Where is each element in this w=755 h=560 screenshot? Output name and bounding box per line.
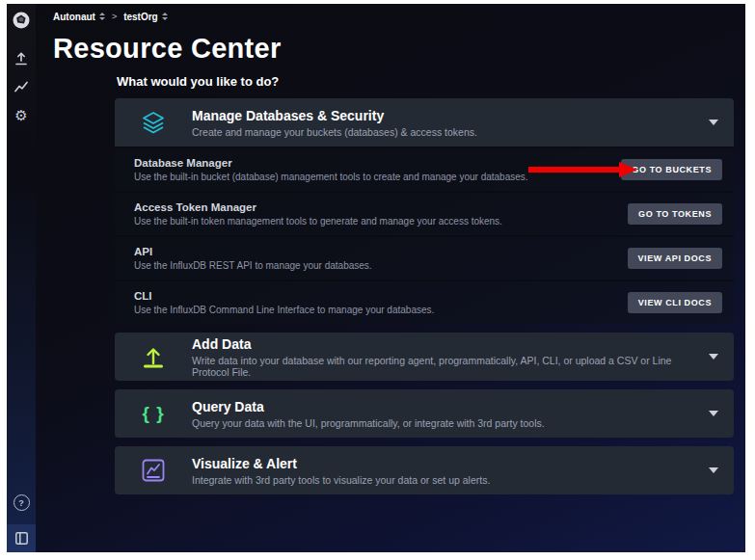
panel-title: Add Data [192,336,693,352]
line-chart-icon[interactable] [13,78,30,95]
row-title: CLI [134,290,434,302]
project-switcher[interactable]: testOrg [123,12,168,22]
breadcrumb-separator: > [112,12,117,21]
panel-header-query-data[interactable]: { } Query Data Query your data with the … [115,389,734,438]
influxdb-logo-icon[interactable] [13,12,30,29]
chevron-down-icon[interactable] [709,120,718,125]
sidebar-bottom: ? [7,494,36,552]
panel-description: Create and manage your buckets (database… [192,126,693,138]
row-text: Database Manager Use the built-in bucket… [134,157,528,182]
panel-header-visualize-alert[interactable]: Visualize & Alert Integrate with 3rd par… [115,446,734,494]
go-to-buckets-button[interactable]: GO TO BUCKETS [621,159,722,180]
breadcrumb: Autonaut > testOrg [36,4,745,29]
app-background: ⚙ ? Autonaut [7,4,745,552]
row-title: Access Token Manager [134,201,502,213]
breadcrumb-project: testOrg [123,12,158,22]
view-api-docs-button[interactable]: VIEW API DOCS [628,248,722,269]
curly-braces-icon: { } [115,403,192,424]
panel-description: Integrate with 3rd party tools to visual… [192,474,693,486]
sidebar-nav: ⚙ [13,50,30,123]
help-glyph: ? [18,498,24,508]
braces-glyph: { } [142,403,164,424]
chevron-down-icon[interactable] [709,354,718,360]
panel-query-data: { } Query Data Query your data with the … [115,389,734,438]
row-description: Use the built-in token management tools … [134,216,502,227]
row-text: CLI Use the InfluxDB Command Line Interf… [134,290,434,315]
row-cli: CLI Use the InfluxDB Command Line Interf… [115,280,734,324]
panel-title: Manage Databases & Security [192,108,693,123]
row-title: API [134,246,372,257]
row-text: Access Token Manager Use the built-in to… [134,201,502,227]
row-api: API Use the InfluxDB REST API to manage … [115,235,734,280]
main-area: Autonaut > testOrg Resource Center What … [36,4,745,552]
org-switcher[interactable]: Autonaut [53,12,105,22]
page-title: Resource Center [53,33,745,65]
panel-add-data: Add Data Write data into your database w… [115,333,734,381]
switcher-caret-icon [162,13,168,20]
help-icon[interactable]: ? [13,494,30,511]
row-title: Database Manager [134,157,528,169]
row-access-token-manager: Access Token Manager Use the built-in to… [115,191,734,235]
panel-title-block: Manage Databases & Security Create and m… [192,108,693,138]
go-to-tokens-button[interactable]: GO TO TOKENS [628,203,722,225]
panel-description: Query your data with the UI, programmati… [192,417,693,429]
panel-title: Visualize & Alert [192,456,693,471]
gear-icon[interactable]: ⚙ [13,106,30,123]
row-description: Use the InfluxDB Command Line Interface … [134,305,434,315]
row-text: API Use the InfluxDB REST API to manage … [134,246,372,271]
line-chart-icon [115,458,192,483]
page-prompt: What would you like to do? [117,74,734,89]
window: ⚙ ? Autonaut [0,0,755,560]
upload-icon[interactable] [13,50,30,67]
resource-center-content: What would you like to do? Manage Da [115,74,734,503]
breadcrumb-org: Autonaut [53,12,95,22]
upload-icon [115,344,192,369]
view-cli-docs-button[interactable]: VIEW CLI DOCS [628,292,722,313]
panel-title-block: Query Data Query your data with the UI, … [192,399,693,429]
panel-title: Query Data [192,399,693,414]
panel-header-add-data[interactable]: Add Data Write data into your database w… [115,333,734,381]
panel-title-block: Add Data Write data into your database w… [192,336,693,378]
panel-title-block: Visualize & Alert Integrate with 3rd par… [192,456,693,486]
row-database-manager: Database Manager Use the built-in bucket… [115,147,734,191]
row-description: Use the built-in bucket (database) manag… [134,172,528,182]
panel-visualize-alert: Visualize & Alert Integrate with 3rd par… [115,446,734,494]
panel-description: Write data into your database with our r… [192,355,693,378]
chevron-down-icon[interactable] [709,467,718,473]
panel-header-manage-databases[interactable]: Manage Databases & Security Create and m… [115,98,734,147]
row-description: Use the InfluxDB REST API to manage your… [134,260,372,271]
chevron-down-icon[interactable] [709,411,718,416]
book-icon[interactable] [7,524,36,552]
panel-manage-databases: Manage Databases & Security Create and m… [115,98,734,324]
panel-body-manage-databases: Database Manager Use the built-in bucket… [115,147,734,324]
switcher-caret-icon [99,13,105,20]
layers-icon [115,109,192,136]
sidebar: ⚙ ? [7,4,36,552]
